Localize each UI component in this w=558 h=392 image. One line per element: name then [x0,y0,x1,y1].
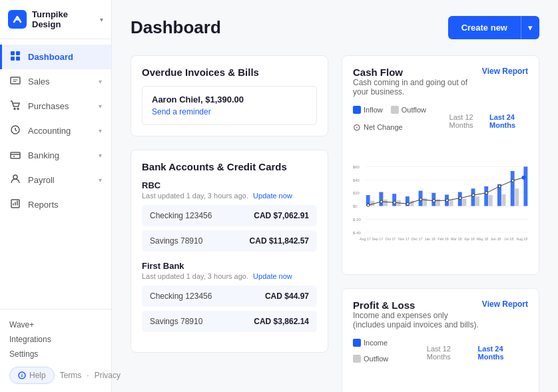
profit-24-months[interactable]: Last 24 Months [478,345,528,361]
income-label: Income [364,339,388,347]
income-dot [353,339,361,347]
bank-section-firstbank: First Bank Last updated 1 day, 3 hours a… [142,261,317,332]
legend-netchange: ⊙ Net Change [353,122,403,132]
bank-updated-text: Last updated 1 day, 3 hours ago. [142,192,248,200]
svg-rect-42 [484,186,488,206]
profit-loss-header: Profit & Loss Income and expenses only (… [353,299,528,335]
svg-rect-45 [502,194,506,206]
account-name: Checking 123456 [150,292,212,301]
svg-point-59 [485,192,488,194]
account-row: Savings 78910 CAD $11,842.57 [142,230,317,252]
svg-text:Aug 17: Aug 17 [360,237,371,241]
svg-point-50 [367,204,370,206]
svg-point-57 [459,197,461,200]
svg-text:$20: $20 [353,191,360,195]
chevron-icon: ▾ [99,102,102,110]
sidebar-footer: Wave+ Integrations Settings Help Terms ·… [0,309,111,392]
svg-text:Jun 18: Jun 18 [490,237,501,241]
send-reminder-link[interactable]: Send a reminder [152,107,307,116]
cashflow-title-group: Cash Flow Cash coming in and going out o… [353,67,482,102]
chevron-icon: ▾ [99,176,102,184]
company-name: Turnpike Design [32,9,95,29]
svg-point-52 [393,201,396,204]
create-new-dropdown-button[interactable]: ▾ [521,16,539,39]
account-balance: CAD $3,862.14 [254,317,309,326]
chevron-icon: ▾ [99,78,102,85]
account-row: Checking 123456 CAD $44.97 [142,286,317,307]
svg-point-61 [511,179,514,182]
bank-name-rbc: RBC [142,180,317,190]
sidebar-item-payroll[interactable]: Payroll ▾ [0,168,111,192]
cashflow-12-months[interactable]: Last 12 Months [449,113,485,129]
sidebar-item-label: Accounting [28,126,71,136]
svg-rect-8 [11,152,20,158]
svg-rect-1 [16,51,20,55]
sidebar-item-label: Banking [28,150,59,160]
help-label: Help [29,371,46,380]
sidebar-header[interactable]: Turnpike Design ▾ [0,0,111,39]
profit-loss-subtitle: Income and expenses only (includes unpai… [353,311,482,329]
payroll-icon [9,174,21,186]
wave-plus-link[interactable]: Wave+ [9,317,102,332]
svg-rect-3 [16,57,20,61]
svg-text:Jul 18: Jul 18 [504,237,513,241]
sidebar-chevron-icon: ▾ [100,16,103,23]
update-now-link[interactable]: Update now [253,272,292,280]
sidebar-item-purchases[interactable]: Purchases ▾ [0,94,111,118]
inflow-dot [353,106,361,114]
help-button[interactable]: Help [9,367,55,384]
svg-text:Sep 17: Sep 17 [372,237,383,241]
sidebar-item-reports[interactable]: Reports [0,192,111,217]
svg-text:Apr 18: Apr 18 [464,237,475,241]
update-now-link[interactable]: Update now [253,192,292,200]
outflow-label: Outflow [364,355,388,363]
svg-rect-43 [489,195,493,206]
svg-rect-2 [11,57,15,61]
sidebar-item-dashboard[interactable]: Dashboard [0,45,111,69]
sidebar-item-sales[interactable]: Sales ▾ [0,69,111,94]
profit-loss-title: Profit & Loss [353,299,482,311]
svg-point-6 [17,108,19,110]
outflow-dot [353,355,361,363]
svg-rect-35 [436,199,440,206]
outflow-label: Outflow [402,106,426,114]
sidebar-nav: Dashboard Sales ▾ Purchases ▾ Accounting… [0,39,111,309]
reports-icon [9,198,21,211]
invoice-name: Aaron Chiel, $1,390.00 [152,95,307,104]
account-balance: CAD $7,062.91 [254,211,309,220]
purchases-icon [9,100,21,112]
right-column: Cash Flow Cash coming in and going out o… [342,55,539,392]
dashboard-grid: Overdue Invoices & Bills Aaron Chiel, $1… [131,55,539,392]
terms-link[interactable]: Terms [60,371,82,380]
profit-loss-chart: $60 $40 $20 $0 [353,372,528,392]
svg-text:Feb 18: Feb 18 [437,237,448,241]
account-row: Savings 78910 CAD $3,862.14 [142,311,317,332]
cashflow-time-filters: Last 12 Months Last 24 Months [449,113,528,129]
settings-link[interactable]: Settings [9,347,102,361]
profit-loss-view-report[interactable]: View Report [482,299,528,309]
overdue-title: Overdue Invoices & Bills [142,67,317,78]
cashflow-24-months[interactable]: Last 24 Months [489,113,528,129]
profit-loss-card: Profit & Loss Income and expenses only (… [342,288,539,392]
svg-point-58 [472,194,475,196]
sidebar-item-accounting[interactable]: Accounting ▾ [0,118,111,143]
svg-text:$0: $0 [353,204,358,208]
app-logo [8,10,27,29]
svg-rect-27 [384,200,388,206]
integrations-link[interactable]: Integrations [9,332,102,347]
create-new-button[interactable]: Create new [448,16,521,39]
chevron-icon: ▾ [99,127,102,134]
left-column: Overdue Invoices & Bills Aaron Chiel, $1… [131,55,328,392]
bank-accounts-card: Bank Accounts & Credit Cards RBC Last up… [131,150,328,353]
svg-text:May 18: May 18 [477,237,488,241]
account-row: Checking 123456 CAD $7,062.91 [142,205,317,226]
cashflow-chart: $60 $40 $20 $0 $-20 $-40 [353,142,528,264]
svg-text:$-20: $-20 [353,218,362,222]
profit-12-months[interactable]: Last 12 Months [427,345,474,361]
sidebar-item-banking[interactable]: Banking ▾ [0,143,111,168]
inflow-label: Inflow [364,106,383,114]
cashflow-view-report[interactable]: View Report [482,67,528,76]
account-balance: CAD $44.97 [265,292,309,301]
bank-updated-firstbank: Last updated 1 day, 3 hours ago. Update … [142,272,317,280]
svg-rect-4 [11,77,20,84]
